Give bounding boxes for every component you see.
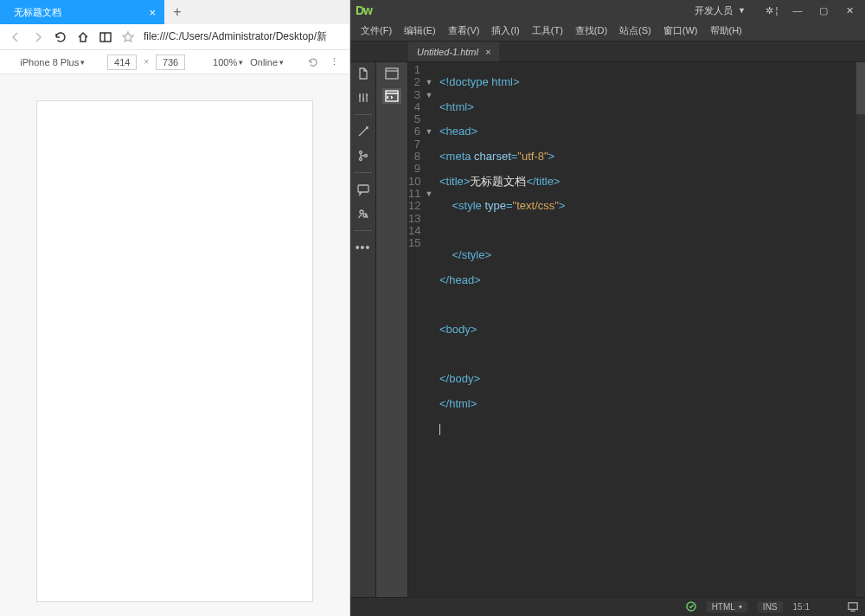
reload-button[interactable] <box>54 30 67 44</box>
menu-window[interactable]: 窗口(W) <box>663 24 698 37</box>
browser-pane: 无标题文档 × + file:///C:/Users/Administrator… <box>0 0 350 616</box>
device-select[interactable]: iPhone 8 Plus <box>20 57 85 67</box>
tab-title: 无标题文档 <box>14 6 61 19</box>
svg-rect-11 <box>849 602 857 609</box>
svg-rect-1 <box>100 33 111 42</box>
community-icon[interactable] <box>356 206 371 221</box>
browser-tab[interactable]: 无标题文档 × <box>0 0 164 24</box>
menu-file[interactable]: 文件(F) <box>361 24 392 37</box>
menu-site[interactable]: 站点(S) <box>619 24 651 37</box>
chat-icon[interactable] <box>356 182 371 197</box>
minimize-button[interactable]: — <box>787 5 808 16</box>
close-button[interactable]: ✕ <box>839 5 860 16</box>
svg-rect-8 <box>386 68 398 79</box>
fold-column: ▼▼▼▼ <box>424 62 434 597</box>
rail-separator <box>354 172 371 173</box>
document-tabbar: Untitled-1.html × <box>350 42 865 62</box>
width-input[interactable] <box>107 55 137 70</box>
dim-separator: × <box>144 57 149 67</box>
insert-mode[interactable]: INS <box>758 601 783 613</box>
sync-ok-icon <box>686 601 696 613</box>
maximize-button[interactable]: ▢ <box>813 5 834 16</box>
doc-tab-title: Untitled-1.html <box>417 47 478 57</box>
menu-view[interactable]: 查看(V) <box>448 24 480 37</box>
more-icon[interactable]: ••• <box>356 240 371 255</box>
dw-titlebar: Dw 开发人员 ▼ ✲ ¦ — ▢ ✕ <box>350 0 865 21</box>
cursor-position: 15:1 <box>793 602 810 612</box>
rail-separator <box>354 114 371 115</box>
status-bar: HTML▾ INS 15:1 <box>350 597 865 616</box>
menu-tools[interactable]: 工具(T) <box>532 24 563 37</box>
svg-point-6 <box>360 210 363 214</box>
code-content[interactable]: <!doctype html> <html> <head> <meta char… <box>434 62 865 597</box>
dw-logo: Dw <box>356 3 372 17</box>
menu-insert[interactable]: 插入(I) <box>491 24 519 37</box>
dreamweaver-pane: Dw 开发人员 ▼ ✲ ¦ — ▢ ✕ 文件(F) 编辑(E) 查看(V) 插入… <box>350 0 865 616</box>
menubar: 文件(F) 编辑(E) 查看(V) 插入(I) 工具(T) 查找(D) 站点(S… <box>350 21 865 42</box>
close-doc-icon[interactable]: × <box>485 47 490 57</box>
branch-icon[interactable] <box>356 148 371 164</box>
workspace-switcher[interactable]: 开发人员 <box>695 4 733 17</box>
url-field[interactable]: file:///C:/Users/Administrator/Desktop/新 <box>144 29 341 44</box>
kebab-menu-icon[interactable]: ⋮ <box>327 55 341 69</box>
preview-icon[interactable] <box>848 601 858 613</box>
svg-point-3 <box>359 158 362 161</box>
device-toolbar: iPhone 8 Plus × 100% Online ⋮ <box>0 50 349 74</box>
star-icon[interactable] <box>121 30 135 44</box>
zoom-select[interactable]: 100% <box>213 57 243 67</box>
document-tab[interactable]: Untitled-1.html × <box>408 42 499 61</box>
new-tab-button[interactable]: + <box>164 0 190 24</box>
panel-icon[interactable] <box>99 30 112 44</box>
browser-tabbar: 无标题文档 × + <box>0 0 349 24</box>
rail-separator <box>354 230 371 231</box>
menu-help[interactable]: 帮助(H) <box>710 24 742 37</box>
left-rail: ••• <box>350 62 376 597</box>
preview-area <box>0 74 349 616</box>
menu-find[interactable]: 查找(D) <box>575 24 607 37</box>
minimap-scrollbar[interactable] <box>856 62 865 597</box>
code-view-icon[interactable] <box>382 88 401 104</box>
forward-button[interactable] <box>31 30 45 44</box>
svg-point-2 <box>359 151 362 154</box>
svg-rect-5 <box>358 185 368 192</box>
close-tab-icon[interactable]: × <box>149 6 156 19</box>
live-view-icon[interactable] <box>382 66 401 81</box>
chevron-down-icon: ▼ <box>738 6 746 15</box>
line-gutter: 123456789101112131415 <box>408 62 424 597</box>
language-mode[interactable]: HTML▾ <box>707 601 747 613</box>
address-bar: file:///C:/Users/Administrator/Desktop/新 <box>0 24 349 50</box>
rotate-icon[interactable] <box>306 55 320 69</box>
wand-icon[interactable] <box>356 124 371 139</box>
code-editor[interactable]: 123456789101112131415 ▼▼▼▼ <!doctype htm… <box>408 62 865 597</box>
svg-point-4 <box>364 155 367 157</box>
device-canvas[interactable] <box>36 100 313 602</box>
height-input[interactable] <box>156 55 185 70</box>
text-cursor <box>439 424 440 435</box>
home-button[interactable] <box>76 30 90 44</box>
menu-edit[interactable]: 编辑(E) <box>404 24 436 37</box>
view-rail <box>376 62 408 597</box>
file-icon[interactable] <box>356 66 371 81</box>
back-button[interactable] <box>9 30 22 44</box>
workarea: ••• 123456789101112131415 ▼▼▼▼ <!doctype… <box>350 62 865 597</box>
sliders-icon[interactable] <box>356 90 371 106</box>
network-select[interactable]: Online <box>250 57 284 67</box>
settings-icon[interactable]: ✲ ¦ <box>761 5 782 16</box>
